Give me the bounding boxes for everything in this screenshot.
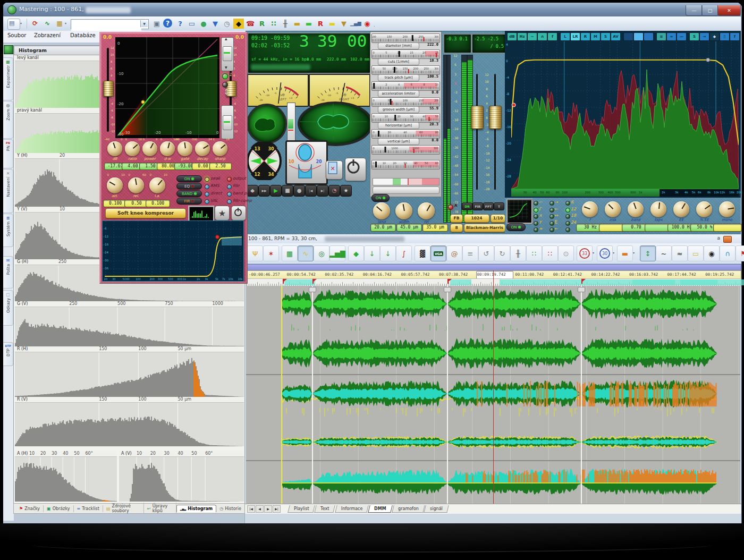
spectrum-toolbar-button-6[interactable]: LR <box>570 32 580 41</box>
knob-% EE[interactable] <box>696 201 712 217</box>
up-arrow-icon[interactable]: ▲ <box>225 37 227 40</box>
tab-histogram[interactable]: ▂▅▃Histogram <box>176 505 216 512</box>
spectrum-toolbar-button-2[interactable]: ~ <box>527 32 537 41</box>
vinyl-icon[interactable]: ◉ <box>704 245 720 261</box>
spectrum-toolbar-button-16[interactable]: — <box>677 32 687 41</box>
spectrum-toolbar-button-18[interactable]: → <box>699 32 709 41</box>
rpm33-icon-dropdown[interactable]: ▾ <box>593 251 596 256</box>
nav-button[interactable]: |◀ <box>247 505 255 513</box>
knob-EE[interactable] <box>673 201 689 217</box>
side-scrollbar-1[interactable]: ▲▼ <box>221 37 234 71</box>
knob-rel[interactable] <box>418 202 435 219</box>
preset-star-button[interactable]: ★ <box>215 206 230 220</box>
green-key-icon[interactable]: ▬ <box>303 19 314 29</box>
play-button[interactable]: ▶ <box>270 185 282 197</box>
tab-zdrojové-soubory[interactable]: ▤Zdrojové soubory <box>103 503 144 514</box>
loop-a-icon[interactable]: ↺ <box>478 245 494 261</box>
hazard-icon[interactable]: ◆ <box>233 19 244 29</box>
scroll-thumb[interactable] <box>223 115 232 130</box>
filter-shape2-icon[interactable]: → <box>555 200 563 205</box>
knob-sharp[interactable] <box>213 141 227 156</box>
sidebar-tab-nastavení[interactable]: ✕Nastavení <box>3 169 13 213</box>
marker-burst-icon[interactable]: ✶ <box>263 245 279 261</box>
screen-icon[interactable]: ▭ <box>187 19 197 29</box>
filter-shape-icon[interactable]: ⌐ <box>539 200 547 205</box>
maximize-button[interactable]: ▢ <box>701 5 718 16</box>
wave-icon[interactable]: ~ <box>656 245 672 261</box>
spectrum-toolbar-button-21[interactable]: f <box>730 32 740 41</box>
close-button[interactable]: ✕ <box>717 5 741 16</box>
knob-land[interactable] <box>373 202 390 219</box>
power-button[interactable] <box>231 206 246 220</box>
spectrum-toolbar-button-17[interactable]: S <box>689 32 699 41</box>
panel-icon[interactable]: ▭ <box>688 245 704 261</box>
filter-shape2-icon[interactable]: ← <box>555 226 563 232</box>
bubble-icon[interactable]: ● <box>198 19 209 29</box>
cursor-b-icon[interactable]: ↓ <box>380 245 396 261</box>
y-split-icon[interactable]: Ψ <box>247 245 263 261</box>
step-icon[interactable]: ∫ <box>396 245 412 261</box>
flag-blue-icon[interactable]: ▼ <box>210 19 221 29</box>
help-icon[interactable]: ? <box>163 19 172 28</box>
overflow-dot[interactable]: . <box>374 23 378 28</box>
filter-shape2-icon[interactable]: ← <box>555 207 563 212</box>
search-input[interactable] <box>71 22 141 31</box>
pin-button[interactable]: a <box>717 235 720 241</box>
combo-dropdown-arrow[interactable]: ▼ <box>140 20 148 27</box>
spectrum-toolbar-button-13[interactable] <box>644 32 654 41</box>
spectrum-toolbar-button-5[interactable]: L <box>560 32 570 41</box>
clock-icon[interactable]: ◷ <box>222 19 232 29</box>
knob-f[interactable] <box>582 201 598 217</box>
mode-button-FIR[interactable]: FIR <box>472 202 483 210</box>
soft-knee-kompresor-button[interactable]: Soft knee kompresor <box>105 208 186 218</box>
spectrum-toolbar-button-3[interactable]: ∩ <box>537 32 547 41</box>
refresh-icon[interactable]: ⟳ <box>30 19 40 29</box>
clip-marker-box[interactable] <box>444 287 451 292</box>
switch-eq[interactable]: EQ <box>176 183 202 190</box>
discs-icon[interactable]: ≡ <box>462 245 478 261</box>
nav-button[interactable]: ▶| <box>273 505 281 513</box>
eq-screen-button[interactable] <box>506 199 533 224</box>
stop-button[interactable]: ■ <box>282 185 293 197</box>
dmm-tab-dmm[interactable]: DMM <box>368 505 392 513</box>
sidebar-tab-odkazy[interactable]: ▢Odkazy <box>3 290 13 326</box>
columns-icon-dropdown[interactable]: ▾ <box>65 21 68 26</box>
monitor-wave-icon[interactable]: ∿ <box>42 19 53 29</box>
menu-item-databáze[interactable]: Databáze <box>70 32 101 41</box>
filter-shape-icon[interactable]: Γ <box>539 207 547 212</box>
save-icon[interactable]: ▦ <box>282 245 298 261</box>
wave2-icon[interactable]: ≈ <box>672 245 688 261</box>
filter-shape-icon[interactable]: ∧ <box>539 213 547 218</box>
funnel-icon[interactable]: ▼ <box>339 19 349 29</box>
updown-arrow-icon[interactable]: ⇕ <box>223 87 232 99</box>
dots-red-icon[interactable]: ∷ <box>542 245 558 261</box>
tab-obrázky[interactable]: ▣Obrázky <box>44 505 73 512</box>
r-green-icon[interactable]: R <box>257 19 267 29</box>
spectrum-toolbar-button-0[interactable]: dB <box>507 32 517 41</box>
cursor-a-icon[interactable]: ↓ <box>364 245 380 261</box>
gauge-on-switch[interactable]: ON <box>371 194 390 202</box>
spectrum-toolbar-button-14[interactable]: ≡ <box>656 32 666 41</box>
rpm30-icon[interactable]: 30 <box>597 245 613 261</box>
dmm-tab-playlist[interactable]: Playlist <box>288 505 315 513</box>
record-button[interactable]: ● <box>293 185 305 197</box>
dmm-tab-informace[interactable]: Informace <box>335 505 369 513</box>
tab-značky[interactable]: ⚑Značky <box>16 505 44 512</box>
filter-shape-icon[interactable]: Y <box>539 220 547 225</box>
sidebar-tab-dtp[interactable]: DTPDTP <box>3 342 13 366</box>
slope-label[interactable]: 6 <box>571 200 579 205</box>
bars-icon[interactable]: ▁▄▆ <box>350 19 361 29</box>
switch-band[interactable]: BAND <box>176 190 202 197</box>
flag-red-icon[interactable]: ⚑ <box>735 245 744 261</box>
slope-label[interactable]: 12 <box>571 207 579 212</box>
r-red-icon[interactable]: R <box>315 19 326 29</box>
levels-icon[interactable]: ▂▅▇ <box>329 245 345 261</box>
scroll-thumb[interactable] <box>223 46 232 61</box>
next-button[interactable]: ▶| <box>317 185 328 197</box>
close-panel-button[interactable] <box>723 236 732 243</box>
sidebar-tab-zoom[interactable]: ◎Zoom <box>3 101 13 139</box>
menu-item-soubor[interactable]: Soubor <box>7 32 32 41</box>
gauge-button[interactable]: ◔ <box>328 185 340 197</box>
knob-band[interactable] <box>628 201 644 217</box>
dmm-tab-signál[interactable]: signál <box>424 505 449 513</box>
